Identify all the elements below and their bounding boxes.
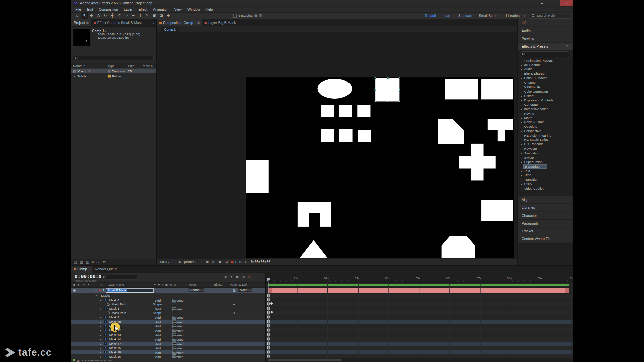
menu-animation[interactable]: Animation [150,7,171,11]
panel-info[interactable]: Info [518,19,573,27]
effects-category[interactable]: ▸Utility [518,182,573,186]
effects-search-input[interactable] [520,51,571,57]
effects-category[interactable]: ▸Color Correction [518,89,573,94]
mask-shape-square[interactable] [358,130,371,142]
type-tool[interactable]: T [137,13,144,19]
panel-align[interactable]: Align [518,196,573,203]
stopwatch-icon[interactable] [107,312,110,315]
mode-column[interactable]: Mode [189,283,196,286]
mask-path-row[interactable]: Mask PathShape...◆ [71,302,265,306]
twirl-closed-icon[interactable]: ▸ [520,59,523,62]
mask-color-swatch[interactable] [104,347,107,349]
timeline-track-area[interactable]: 01s02s03s04s05s06s07s08s09s10s [266,273,572,362]
time-ruler[interactable]: 01s02s03s04s05s06s07s08s09s10s [266,273,572,282]
twirl-closed-icon[interactable]: ▸ [99,325,102,328]
selection-handle[interactable] [375,89,376,91]
layer-color-swatch[interactable] [99,289,101,291]
twirl-open-icon[interactable]: ▾ [520,161,523,164]
playhead-handle[interactable] [267,278,270,282]
channel-icon[interactable]: ▣ [218,260,221,264]
snapping-option-icon[interactable]: ▦ [254,14,257,18]
timeline-icon-3[interactable]: ◫ [241,275,245,279]
minimize-button[interactable]: – [536,0,548,6]
viewer-timecode[interactable]: 0:00:00:00 [251,260,270,264]
shape-value-link[interactable]: Shape... [153,311,164,315]
twirl-closed-icon[interactable]: ▸ [520,81,523,84]
mask-shape-triangle[interactable] [300,240,327,258]
selection-tool[interactable]: ↖ [81,13,88,19]
mask-row[interactable]: ▸Mask 12Add ▾Inverted [71,328,265,333]
twirl-closed-icon[interactable]: ▸ [99,334,102,337]
mask-color-swatch[interactable] [104,299,107,301]
menu-layer[interactable]: Layer [121,7,136,11]
effects-category[interactable]: ▸Obsolete [518,124,573,129]
effects-category[interactable]: ▸Text [518,169,573,173]
mask-row[interactable]: ▸Mask 17Add ▾Inverted [71,341,265,346]
mask-shape-square[interactable] [339,105,352,117]
parent-dropdown[interactable]: None▾ [238,288,251,292]
twirl-closed-icon[interactable]: ▸ [520,90,523,93]
transparency-grid-icon[interactable]: ▦ [206,260,209,264]
timeline-icon-0[interactable]: ❖ [224,275,227,279]
timeline-search-input[interactable] [101,275,137,280]
effects-category[interactable]: ▸Time [518,173,573,177]
twirl-closed-icon[interactable]: ▸ [520,152,523,155]
panel-effects-presets[interactable]: Effects & Presets ☰ [518,43,573,50]
snapshot-camera-icon[interactable]: ⊙ [245,260,247,264]
project-bit-depth[interactable]: 8 bpc [92,260,100,264]
composition-viewport[interactable] [157,32,517,259]
effects-category[interactable]: ▸Noise & Grain [518,120,573,124]
tab-project[interactable]: Project ☰ [71,19,91,26]
mask-color-swatch[interactable] [104,342,107,345]
shape-value-link[interactable]: Shape... [153,303,164,306]
eraser-tool[interactable]: ◪ [158,13,165,19]
effects-category[interactable]: ▸Perspective [518,129,573,133]
mask-shape-cut-corner[interactable] [438,119,464,144]
panel-audio[interactable]: Audio [518,27,573,35]
close-button[interactable]: × [560,0,573,6]
effects-category[interactable]: ▸Transition [518,177,573,182]
selection-handle[interactable] [375,101,376,102]
workspace-learn[interactable]: Learn [442,14,451,18]
layer-duration-bar[interactable] [268,288,569,293]
new-folder-icon[interactable]: ▦ [80,260,83,264]
twirl-closed-icon[interactable]: ▸ [520,183,523,186]
twirl-closed-icon[interactable]: ▸ [520,138,523,141]
panel-content-aware-fill[interactable]: Content-Aware Fill [518,235,573,243]
project-table-header[interactable]: Name▲ Type Size Frame R [71,63,156,68]
effects-category[interactable]: ▸* Animation Presets [518,58,573,63]
twirl-closed-icon[interactable]: ▸ [520,130,523,133]
twirl-closed-icon[interactable]: ▸ [520,63,523,66]
mask-row[interactable]: ▸Mask 16Add ▾Inverted [71,354,265,358]
twirl-closed-icon[interactable]: ▸ [520,125,523,128]
mask-shape-selected-square[interactable] [375,78,399,102]
menu-view[interactable]: View [171,7,185,11]
mask-shape-t[interactable] [487,119,513,141]
project-row-solids[interactable]: ▸Solids Folder [71,74,156,79]
tab-composition[interactable]: Composition Comp 1 ☰ [157,19,202,26]
zoom-dropdown[interactable]: 50%▾ [160,260,169,264]
selection-handle[interactable] [399,77,400,79]
twirl-closed-icon[interactable]: ▸ [520,121,523,124]
effects-category[interactable]: ▾Superluminal [518,160,573,164]
blend-mode-dropdown[interactable]: Normal▾ [189,288,204,292]
resolution-dropdown[interactable]: ◉ Quarter ▾ [178,260,196,264]
pickwhip-icon[interactable]: ◎ [233,289,236,292]
mask-shape-square[interactable] [321,105,334,117]
mask-row[interactable]: ▸Mask 9Add ▾Inverted [71,315,265,319]
twirl-closed-icon[interactable]: ▸ [99,342,102,345]
mask-shape-trapezoid[interactable] [441,236,475,258]
mask-color-swatch[interactable] [104,334,107,336]
twirl-closed-icon[interactable]: ▸ [520,68,523,71]
mask-shape-square[interactable] [321,129,334,142]
exposure-control[interactable]: +0.0 [231,260,241,264]
grid-toggle-icon[interactable]: ▦ [77,359,80,362]
selection-handle[interactable] [399,101,400,102]
menu-help[interactable]: Help [203,7,216,11]
mask-group-row[interactable]: ▾Masks [71,294,265,298]
twirl-closed-icon[interactable]: ▸ [520,174,523,177]
selection-handle[interactable] [387,77,388,79]
effects-category[interactable]: ▸Simulation [518,151,573,155]
effects-category[interactable]: ▸Matte [518,116,573,120]
layer-name-edit-field[interactable]: Small B Mask [106,288,154,293]
